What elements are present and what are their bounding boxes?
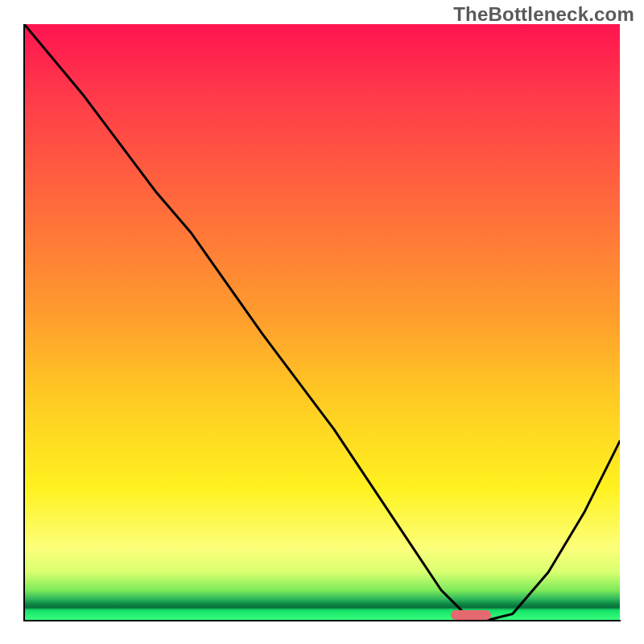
curve-path (24, 24, 620, 620)
optimum-marker (451, 610, 491, 620)
y-axis (23, 24, 25, 621)
plot-area (24, 24, 620, 620)
watermark-label: TheBottleneck.com (453, 3, 634, 26)
bottleneck-curve (24, 24, 620, 620)
chart-canvas: TheBottleneck.com (0, 0, 644, 644)
x-axis (23, 620, 621, 621)
